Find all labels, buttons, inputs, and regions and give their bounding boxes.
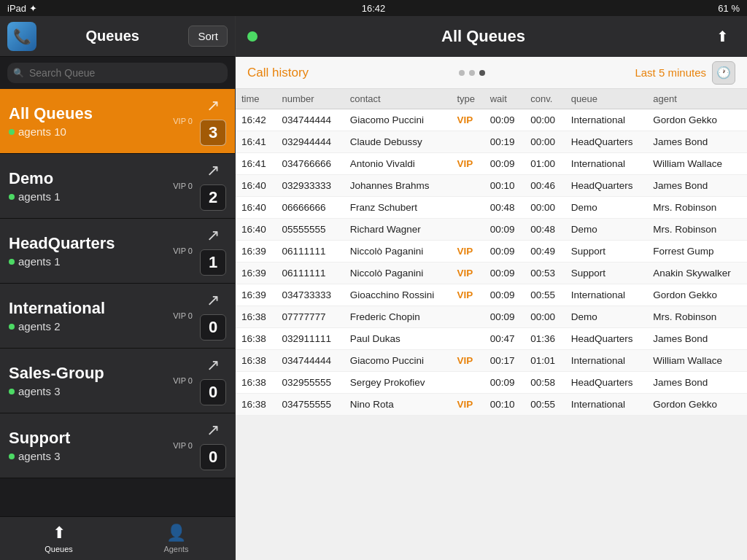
queue-right-headquarters: ↗ 1 — [200, 226, 226, 276]
search-container — [0, 57, 235, 89]
cell-type — [451, 328, 484, 350]
cell-queue: Support — [565, 241, 647, 262]
cell-time: 16:38 — [236, 350, 276, 372]
status-time: 16:42 — [362, 3, 386, 14]
table-body: 16:42 034744444 Giacomo Puccini VIP 00:0… — [236, 109, 747, 416]
online-indicator — [247, 31, 258, 42]
cell-number: 032955555 — [276, 372, 344, 394]
cell-queue: Demo — [565, 306, 647, 328]
queue-info-all: All Queues agents 10 — [9, 104, 173, 138]
cell-conv: 00:58 — [525, 372, 565, 394]
cell-wait: 00:09 — [484, 262, 525, 284]
dot-3[interactable] — [479, 70, 485, 76]
agent-dot-all — [9, 129, 15, 135]
left-header: 📞 Queues Sort — [0, 16, 235, 57]
dot-2[interactable] — [469, 70, 475, 76]
cell-time: 16:40 — [236, 219, 276, 241]
queue-count-demo: 2 — [200, 184, 226, 211]
queue-list: All Queues agents 10 VIP 0 ↗ 3 Demo agen… — [0, 89, 235, 516]
table-row: 16:39 06111111 Niccolò Paganini VIP 00:0… — [236, 241, 747, 262]
right-header: All Queues ⬆ — [236, 16, 747, 57]
col-number: number — [276, 89, 344, 109]
table-row: 16:42 034744444 Giacomo Puccini VIP 00:0… — [236, 109, 747, 131]
queue-vip-international: VIP 0 — [173, 311, 193, 320]
calls-table: time number contact type wait conv. queu… — [236, 89, 747, 416]
sort-button[interactable]: Sort — [188, 26, 228, 47]
cell-agent: Forrest Gump — [647, 241, 747, 262]
col-type: type — [451, 89, 484, 109]
cell-time: 16:39 — [236, 284, 276, 306]
cell-number: 032911111 — [276, 328, 344, 350]
col-time: time — [236, 89, 276, 109]
cell-wait: 00:09 — [484, 219, 525, 241]
queue-name-headquarters: HeadQuarters — [9, 234, 173, 253]
vip-label-sales-group: VIP 0 — [173, 376, 193, 385]
cell-conv: 01:01 — [525, 350, 565, 372]
pagination-dots — [309, 70, 635, 76]
cell-number: 07777777 — [276, 306, 344, 328]
queue-right-international: ↗ 0 — [200, 291, 226, 341]
search-input[interactable] — [7, 63, 228, 83]
queue-name-support: Support — [9, 429, 173, 448]
clock-button[interactable]: 🕐 — [712, 61, 735, 85]
vip-label-international: VIP 0 — [173, 311, 193, 320]
cell-agent: Gordon Gekko — [647, 394, 747, 416]
sub-header: Call history Last 5 minutes 🕐 — [236, 57, 747, 89]
cell-agent: William Wallace — [647, 350, 747, 372]
cell-contact: Paul Dukas — [344, 328, 452, 350]
dot-1[interactable] — [459, 70, 465, 76]
cell-agent: James Bond — [647, 131, 747, 153]
queue-item-sales-group[interactable]: Sales-Group agents 3 VIP 0 ↗ 0 — [0, 349, 235, 413]
cell-time: 16:39 — [236, 241, 276, 262]
cell-wait: 00:09 — [484, 153, 525, 175]
cell-number: 06111111 — [276, 241, 344, 262]
queue-name-international: International — [9, 299, 173, 318]
cell-type: VIP — [451, 394, 484, 416]
share-button[interactable]: ⬆ — [709, 23, 735, 50]
queue-item-support[interactable]: Support agents 3 VIP 0 ↗ 0 — [0, 413, 235, 478]
cell-contact: Niccolò Paganini — [344, 241, 452, 262]
cell-wait: 00:19 — [484, 131, 525, 153]
cell-time: 16:41 — [236, 153, 276, 175]
cell-type — [451, 131, 484, 153]
cell-agent: Anakin Skywalker — [647, 262, 747, 284]
queue-vip-headquarters: VIP 0 — [173, 246, 193, 255]
cell-wait: 00:09 — [484, 284, 525, 306]
transfer-icon-headquarters: ↗ — [206, 226, 220, 245]
queue-item-demo[interactable]: Demo agents 1 VIP 0 ↗ 2 — [0, 154, 235, 219]
nav-label-agents: Agents — [163, 545, 188, 553]
cell-type: VIP — [451, 241, 484, 262]
cell-wait: 00:10 — [484, 394, 525, 416]
transfer-icon-demo: ↗ — [206, 161, 220, 180]
table-row: 16:40 032933333 Johannes Brahms 00:10 00… — [236, 175, 747, 197]
table-row: 16:38 034744444 Giacomo Puccini VIP 00:1… — [236, 350, 747, 372]
cell-contact: Gioacchino Rossini — [344, 284, 452, 306]
cell-number: 032944444 — [276, 131, 344, 153]
cell-number: 032933333 — [276, 175, 344, 197]
cell-conv: 00:49 — [525, 241, 565, 262]
cell-contact: Antonio Vivaldi — [344, 153, 452, 175]
queue-item-international[interactable]: International agents 2 VIP 0 ↗ 0 — [0, 284, 235, 349]
cell-time: 16:38 — [236, 306, 276, 328]
agent-dot-headquarters — [9, 259, 15, 265]
cell-queue: Support — [565, 262, 647, 284]
nav-item-queues[interactable]: ⬆ Queues — [0, 517, 117, 560]
queue-name-sales-group: Sales-Group — [9, 364, 173, 383]
transfer-icon-international: ↗ — [206, 291, 220, 310]
queue-right-sales-group: ↗ 0 — [200, 356, 226, 405]
queue-info-demo: Demo agents 1 — [9, 169, 173, 203]
cell-agent: Gordon Gekko — [647, 109, 747, 131]
cell-type: VIP — [451, 109, 484, 131]
cell-contact: Giacomo Puccini — [344, 350, 452, 372]
nav-icon-queues: ⬆ — [53, 524, 66, 542]
queue-item-all[interactable]: All Queues agents 10 VIP 0 ↗ 3 — [0, 89, 235, 154]
nav-item-agents[interactable]: 👤 Agents — [117, 517, 235, 560]
cell-wait: 00:10 — [484, 175, 525, 197]
table-row: 16:38 034755555 Nino Rota VIP 00:10 00:5… — [236, 394, 747, 416]
queue-item-headquarters[interactable]: HeadQuarters agents 1 VIP 0 ↗ 1 — [0, 219, 235, 284]
cell-queue: International — [565, 284, 647, 306]
vip-label-support: VIP 0 — [173, 441, 193, 450]
app-icon: 📞 — [7, 22, 36, 51]
status-bar: iPad ✦ 16:42 61 % — [0, 0, 747, 16]
bottom-nav: ⬆ Queues 👤 Agents — [0, 516, 235, 560]
